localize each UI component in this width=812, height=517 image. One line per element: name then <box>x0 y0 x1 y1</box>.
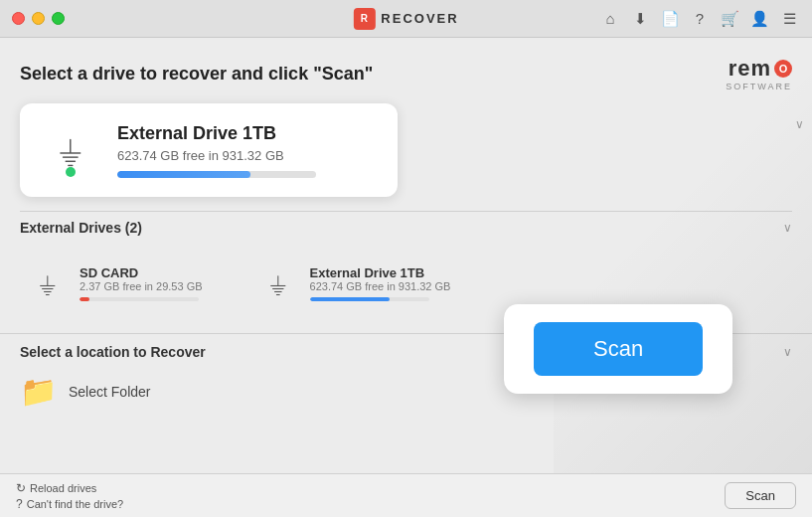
sdcard-progress-fill <box>80 297 89 301</box>
remo-sub: SOFTWARE <box>726 82 792 91</box>
cant-find-drive-link[interactable]: ? Can't find the drive? <box>16 497 123 511</box>
reload-drives-link[interactable]: ↻ Reload drives <box>16 481 123 495</box>
remo-word: rem <box>729 56 771 82</box>
app-logo-icon: R <box>353 8 375 30</box>
maximize-button[interactable] <box>52 12 65 25</box>
app-title: RECOVER <box>381 11 458 26</box>
download-icon[interactable]: ⬇ <box>629 8 651 30</box>
scan-popup: Scan <box>504 304 732 394</box>
minimize-button[interactable] <box>32 12 45 25</box>
external-drive-info: External Drive 1TB 623.74 GB free in 931… <box>310 265 451 301</box>
cant-find-label: Can't find the drive? <box>27 498 124 510</box>
selected-drive-card[interactable]: ⏚ External Drive 1TB 623.74 GB free in 9… <box>20 103 398 197</box>
location-chevron[interactable]: ∨ <box>783 345 792 359</box>
cart-icon[interactable]: 🛒 <box>719 8 740 30</box>
bottom-bar: ↻ Reload drives ? Can't find the drive? … <box>0 473 812 517</box>
sdcard-size: 2.37 GB free in 29.53 GB <box>80 280 203 292</box>
sdcard-name: SD CARD <box>80 265 203 280</box>
main-content: Select a drive to recover and click "Sca… <box>0 38 812 473</box>
title-center: R RECOVER <box>353 8 458 30</box>
external-drive-icon: ⏚ <box>258 259 298 307</box>
page-title: Select a drive to recover and click "Sca… <box>20 64 373 85</box>
folder-icon: 📁 <box>20 374 57 409</box>
sdcard-progress <box>80 297 199 301</box>
external-drives-title: External Drives (2) <box>20 220 142 236</box>
selected-drive-progress-bar <box>117 171 316 178</box>
drive-led <box>66 167 76 177</box>
scan-button-large[interactable]: Scan <box>534 322 703 376</box>
selected-drive-section: ⏚ External Drive 1TB 623.74 GB free in 9… <box>0 103 812 211</box>
title-right-icons: ⌂ ⬇ 📄 ? 🛒 👤 ☰ <box>599 8 800 30</box>
location-title: Select a location to Recover <box>20 344 206 360</box>
usb-icon-large: ⏚ <box>60 129 81 171</box>
selected-drive-progress-fill <box>117 171 250 178</box>
selected-drive-info: External Drive 1TB 623.74 GB free in 931… <box>117 123 376 178</box>
close-button[interactable] <box>12 12 25 25</box>
external-drive-progress-fill <box>310 297 390 301</box>
scroll-indicator: ∨ <box>795 117 804 131</box>
drive-item-sdcard[interactable]: ⏚ SD CARD 2.37 GB free in 29.53 GB <box>20 252 211 315</box>
scan-button-small[interactable]: Scan <box>725 482 796 509</box>
title-bar: R RECOVER ⌂ ⬇ 📄 ? 🛒 👤 ☰ <box>0 0 812 38</box>
page-header: Select a drive to recover and click "Sca… <box>0 38 812 103</box>
external-drives-header: External Drives (2) ∨ <box>20 211 792 244</box>
document-icon[interactable]: 📄 <box>659 8 681 30</box>
external-drives-chevron[interactable]: ∨ <box>783 221 792 235</box>
traffic-lights <box>12 12 65 25</box>
usb-small-icon-2: ⏚ <box>270 268 286 299</box>
folder-label: Select Folder <box>69 384 150 400</box>
remo-logo-text: rem O <box>729 56 792 82</box>
help-icon[interactable]: ? <box>689 8 711 30</box>
usb-small-icon-1: ⏚ <box>40 268 56 299</box>
sdcard-info: SD CARD 2.37 GB free in 29.53 GB <box>80 265 203 301</box>
home-icon[interactable]: ⌂ <box>599 8 621 30</box>
menu-icon[interactable]: ☰ <box>778 8 800 30</box>
remo-logo: rem O SOFTWARE <box>726 56 792 91</box>
external-drive-size: 623.74 GB free in 931.32 GB <box>310 280 451 292</box>
sdcard-icon: ⏚ <box>28 259 68 307</box>
external-drive-name: External Drive 1TB <box>310 265 451 280</box>
external-drive-progress <box>310 297 429 301</box>
question-icon: ? <box>16 497 23 511</box>
selected-drive-name: External Drive 1TB <box>117 123 376 144</box>
drive-item-external[interactable]: ⏚ External Drive 1TB 623.74 GB free in 9… <box>250 252 459 315</box>
reload-icon: ↻ <box>16 481 26 495</box>
selected-drive-icon: ⏚ <box>42 121 99 179</box>
selected-drive-size: 623.74 GB free in 931.32 GB <box>117 148 376 163</box>
reload-label: Reload drives <box>30 482 96 494</box>
remo-o-icon: O <box>774 60 792 78</box>
bottom-left: ↻ Reload drives ? Can't find the drive? <box>16 481 123 511</box>
user-icon[interactable]: 👤 <box>748 8 770 30</box>
